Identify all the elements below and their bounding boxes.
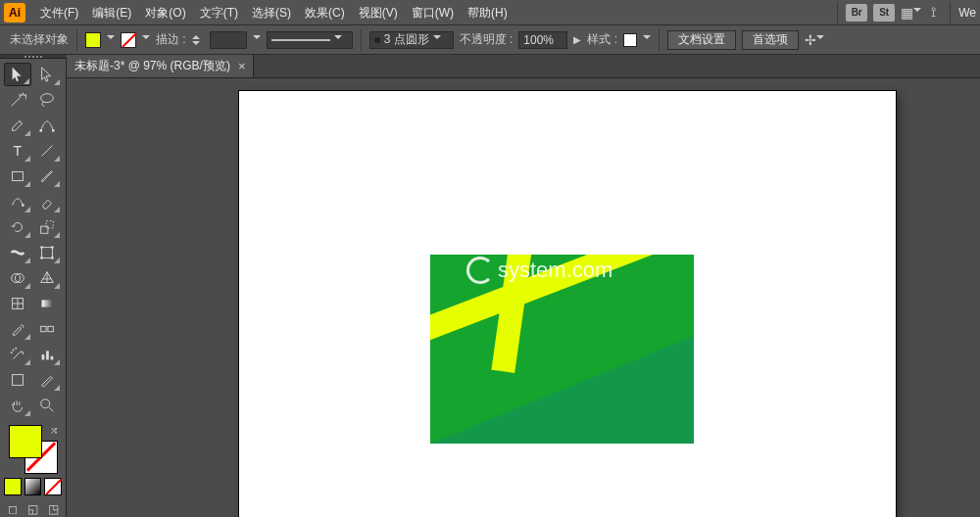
menu-file[interactable]: 文件(F) (33, 0, 85, 25)
swap-icon[interactable]: ⤭ (50, 425, 58, 436)
chevron-down-icon[interactable] (142, 35, 150, 43)
svg-point-3 (52, 129, 55, 132)
viewport[interactable]: system.com (67, 78, 980, 517)
zoom-tool[interactable] (33, 394, 61, 417)
width-tool[interactable] (4, 241, 31, 264)
svg-line-29 (49, 407, 54, 412)
doc-setup-button[interactable]: 文档设置 (667, 30, 736, 50)
svg-rect-20 (48, 326, 53, 331)
stroke-stepper[interactable] (192, 31, 204, 49)
tool-panel: T (0, 59, 67, 517)
magic-wand-tool[interactable] (4, 88, 31, 112)
chevron-down-icon[interactable] (643, 35, 651, 43)
menu-help[interactable]: 帮助(H) (461, 0, 514, 25)
artboard: system.com (239, 91, 896, 517)
svg-point-21 (13, 350, 15, 352)
free-transform-tool[interactable] (33, 241, 61, 264)
menu-view[interactable]: 视图(V) (352, 0, 405, 25)
divider (361, 29, 362, 51)
svg-rect-25 (46, 351, 49, 359)
svg-rect-8 (41, 226, 48, 233)
menu-object[interactable]: 对象(O) (138, 0, 192, 25)
chevron-down-icon[interactable] (107, 35, 115, 43)
style-swatch[interactable] (623, 33, 637, 47)
type-tool[interactable]: T (4, 139, 31, 163)
document-tab[interactable]: 未标题-3* @ 97% (RGB/预览) × (67, 55, 254, 77)
brush-select[interactable]: 3 点圆形 (369, 31, 454, 49)
divider (950, 2, 951, 24)
prefs-button[interactable]: 首选项 (742, 30, 799, 50)
gradient-tool[interactable] (33, 292, 61, 315)
menu-effect[interactable]: 效果(C) (298, 0, 352, 25)
stroke-swatch[interactable] (121, 32, 136, 48)
line-tool[interactable] (33, 139, 61, 163)
rotate-tool[interactable] (4, 215, 31, 239)
svg-rect-26 (51, 356, 54, 360)
gradient-mode[interactable] (24, 478, 42, 495)
svg-rect-6 (13, 172, 24, 181)
shape-builder-tool[interactable] (4, 266, 31, 290)
artwork: system.com (430, 255, 694, 444)
hand-tool[interactable] (4, 394, 31, 417)
menu-select[interactable]: 选择(S) (245, 0, 298, 25)
svg-rect-9 (46, 221, 53, 228)
close-icon[interactable]: × (238, 59, 246, 73)
arrange-docs-icon[interactable]: ▦ (901, 4, 918, 22)
menu-type[interactable]: 文字(T) (193, 0, 245, 25)
svg-rect-24 (42, 354, 45, 359)
eyedropper-tool[interactable] (4, 317, 31, 341)
stroke-weight-input[interactable] (210, 31, 247, 49)
chevron-right-icon[interactable]: ▶ (573, 34, 581, 45)
column-graph-tool[interactable] (33, 343, 61, 366)
eraser-tool[interactable] (33, 190, 61, 213)
opacity-input[interactable]: 100% (518, 31, 567, 49)
watermark: system.com (466, 257, 612, 284)
stock-button[interactable]: St (873, 4, 895, 22)
none-mode[interactable] (44, 478, 62, 495)
scale-tool[interactable] (33, 215, 61, 239)
shaper-tool[interactable] (4, 190, 31, 213)
chevron-down-icon (433, 35, 441, 43)
svg-point-2 (39, 129, 42, 132)
svg-rect-19 (41, 326, 46, 331)
perspective-tool[interactable] (33, 266, 61, 290)
pen-tool[interactable] (4, 114, 31, 137)
svg-point-22 (15, 348, 17, 350)
draw-behind-icon[interactable]: ◱ (24, 501, 42, 517)
fill-swatch[interactable] (85, 32, 101, 48)
svg-rect-10 (42, 248, 53, 258)
menu-window[interactable]: 窗口(W) (405, 0, 461, 25)
direct-selection-tool[interactable] (33, 63, 61, 86)
paintbrush-tool[interactable] (33, 164, 61, 188)
divider (76, 29, 77, 51)
gpu-icon[interactable]: ⟟ (924, 4, 942, 22)
draw-inside-icon[interactable]: ◳ (44, 501, 62, 517)
opacity-label: 不透明度 : (460, 31, 514, 48)
svg-point-1 (41, 94, 54, 103)
pin-icon[interactable]: ✢ (805, 31, 822, 49)
selection-tool[interactable] (4, 63, 31, 86)
color-mode[interactable] (4, 478, 22, 495)
bridge-button[interactable]: Br (846, 4, 867, 22)
svg-point-12 (51, 246, 54, 249)
mesh-tool[interactable] (4, 292, 31, 315)
var-width-profile[interactable] (267, 31, 353, 49)
draw-normal-icon[interactable]: ◻ (4, 501, 22, 517)
slice-tool[interactable] (33, 368, 61, 392)
svg-rect-18 (42, 300, 53, 306)
workspace-label[interactable]: We (958, 6, 976, 20)
symbol-sprayer-tool[interactable] (4, 343, 31, 366)
curvature-tool[interactable] (33, 114, 61, 137)
chevron-down-icon[interactable] (253, 35, 261, 43)
menu-bar: Ai 文件(F) 编辑(E) 对象(O) 文字(T) 选择(S) 效果(C) 视… (0, 0, 980, 25)
menu-edit[interactable]: 编辑(E) (85, 0, 138, 25)
fill-stroke-control[interactable]: ⤭ (9, 425, 58, 474)
tab-bar: 未标题-3* @ 97% (RGB/预览) × (67, 55, 980, 78)
blend-tool[interactable] (33, 317, 61, 341)
lasso-tool[interactable] (33, 88, 61, 112)
svg-point-11 (40, 246, 43, 249)
rectangle-tool[interactable] (4, 164, 31, 188)
artboard-tool[interactable] (4, 368, 31, 392)
style-label: 样式 : (587, 31, 617, 48)
fill-box[interactable] (9, 425, 42, 458)
